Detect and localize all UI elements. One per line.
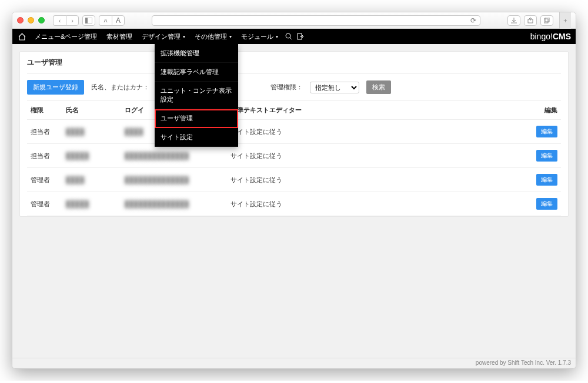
brand-logo: bingo!CMS xyxy=(530,32,571,41)
brand-prefix: bingo! xyxy=(530,32,553,41)
logout-icon[interactable] xyxy=(295,33,306,40)
dropdown-item-labelmgr[interactable]: 連載記事ラベル管理 xyxy=(155,63,238,82)
cell-name: ████ xyxy=(62,168,121,192)
dropdown-item-usermgmt[interactable]: ユーザ管理 xyxy=(155,109,238,128)
filter-role-select[interactable]: 指定無し xyxy=(310,82,359,93)
menu-label: モジュール xyxy=(241,32,273,41)
svg-rect-4 xyxy=(545,18,549,22)
caret-down-icon: ▾ xyxy=(276,34,278,39)
forward-button[interactable]: › xyxy=(66,15,79,26)
menu-label: デザイン管理 xyxy=(142,32,181,41)
home-icon[interactable] xyxy=(17,32,26,41)
menu-pages[interactable]: メニュー&ページ管理 xyxy=(30,29,102,44)
table-header-row: 権限 氏名 ログイ 標準テキストエディター 編集 xyxy=(27,101,561,120)
new-tab-button[interactable]: + xyxy=(559,12,571,29)
col-editor: 標準テキストエディター xyxy=(227,101,532,120)
menu-label: 素材管理 xyxy=(106,32,132,41)
dropdown-other: 拡張機能管理 連載記事ラベル管理 ユニット・コンテナ表示設定 ユーザ管理 サイト… xyxy=(155,44,238,147)
menu-design[interactable]: デザイン管理 ▾ xyxy=(137,29,190,44)
user-panel: ユーザ管理 新規ユーザ登録 氏名、またはカナ： 管理権限： 指定無し 検索 権限… xyxy=(19,51,569,217)
font-size-buttons: A A xyxy=(99,15,125,26)
cell-role: 担当者 xyxy=(27,120,62,144)
col-role: 権限 xyxy=(27,101,62,120)
col-edit: 編集 xyxy=(532,101,561,120)
cell-name: █████ xyxy=(62,144,121,168)
brand-suffix: CMS xyxy=(553,32,571,41)
table-row: 担当者 ████ ████ サイト設定に従う 編集 xyxy=(27,120,561,144)
menu-label: メニュー&ページ管理 xyxy=(35,32,97,41)
caret-down-icon: ▾ xyxy=(183,34,185,39)
footer: powered by Shift Tech Inc. Ver. 1.7.3 xyxy=(12,358,576,368)
cell-editor: サイト設定に従う xyxy=(227,168,532,192)
svg-rect-3 xyxy=(544,19,548,23)
cell-role: 管理者 xyxy=(27,168,62,192)
menu-other[interactable]: その他管理 ▾ xyxy=(190,29,236,44)
table-row: 管理者 ████ ██████████████ サイト設定に従う 編集 xyxy=(27,168,561,192)
minimize-icon[interactable] xyxy=(28,17,34,23)
cell-login: ██████████████ xyxy=(121,168,227,192)
browser-titlebar: ‹ › A A ⟳ + xyxy=(12,12,576,29)
sidebar-toggle-icon[interactable] xyxy=(82,15,95,26)
edit-button[interactable]: 編集 xyxy=(536,150,557,162)
svg-rect-1 xyxy=(85,18,88,23)
cell-name: █████ xyxy=(62,192,121,216)
filter-role-label: 管理権限： xyxy=(270,83,303,92)
search-icon[interactable] xyxy=(283,33,295,40)
cell-editor: サイト設定に従う xyxy=(227,120,532,144)
edit-button[interactable]: 編集 xyxy=(536,174,557,186)
browser-window: ‹ › A A ⟳ + メ xyxy=(12,12,576,369)
filter-row: 新規ユーザ登録 氏名、またはカナ： 管理権限： 指定無し 検索 xyxy=(27,80,561,101)
traffic-lights xyxy=(17,17,45,23)
cell-editor: サイト設定に従う xyxy=(227,144,532,168)
font-small-button[interactable]: A xyxy=(99,15,112,26)
page-title: ユーザ管理 xyxy=(27,58,561,74)
download-icon[interactable] xyxy=(507,15,520,26)
back-button[interactable]: ‹ xyxy=(53,15,66,26)
table-row: 管理者 █████ ██████████████ サイト設定に従う 編集 xyxy=(27,192,561,216)
cell-name: ████ xyxy=(62,120,121,144)
cell-login: ██████████████ xyxy=(121,144,227,168)
svg-point-5 xyxy=(286,33,290,38)
maximize-icon[interactable] xyxy=(38,17,45,23)
close-icon[interactable] xyxy=(17,17,24,23)
user-table: 権限 氏名 ログイ 標準テキストエディター 編集 担当者 ████ ████ サ… xyxy=(27,101,561,216)
filter-name-label: 氏名、またはカナ： xyxy=(91,83,149,92)
nav-buttons: ‹ › xyxy=(53,15,79,26)
tabs-icon[interactable] xyxy=(540,15,553,26)
font-large-button[interactable]: A xyxy=(112,15,125,26)
cell-login: ██████████████ xyxy=(121,192,227,216)
search-button[interactable]: 検索 xyxy=(366,80,391,94)
edit-button[interactable]: 編集 xyxy=(536,126,557,137)
menu-label: その他管理 xyxy=(195,32,227,41)
share-icon[interactable] xyxy=(524,15,537,26)
dropdown-item-unitdisplay[interactable]: ユニット・コンテナ表示設定 xyxy=(155,82,238,109)
menu-assets[interactable]: 素材管理 xyxy=(102,29,137,44)
content-area: ユーザ管理 新規ユーザ登録 氏名、またはカナ： 管理権限： 指定無し 検索 権限… xyxy=(12,44,576,358)
dropdown-item-sitesettings[interactable]: サイト設定 xyxy=(155,128,238,147)
edit-button[interactable]: 編集 xyxy=(536,198,557,210)
cell-editor: サイト設定に従う xyxy=(227,192,532,216)
address-bar[interactable]: ⟳ xyxy=(152,15,480,26)
app-menubar: メニュー&ページ管理 素材管理 デザイン管理 ▾ その他管理 ▾ モジュール ▾… xyxy=(12,29,576,44)
table-row: 担当者 █████ ██████████████ サイト設定に従う 編集 xyxy=(27,144,561,168)
menu-module[interactable]: モジュール ▾ xyxy=(236,29,283,44)
dropdown-item-extensions[interactable]: 拡張機能管理 xyxy=(155,44,238,63)
reload-icon[interactable]: ⟳ xyxy=(470,16,476,25)
col-name: 氏名 xyxy=(62,101,121,120)
titlebar-right xyxy=(507,15,553,26)
cell-role: 担当者 xyxy=(27,144,62,168)
new-user-button[interactable]: 新規ユーザ登録 xyxy=(27,80,84,95)
cell-role: 管理者 xyxy=(27,192,62,216)
caret-down-icon: ▾ xyxy=(229,34,232,39)
